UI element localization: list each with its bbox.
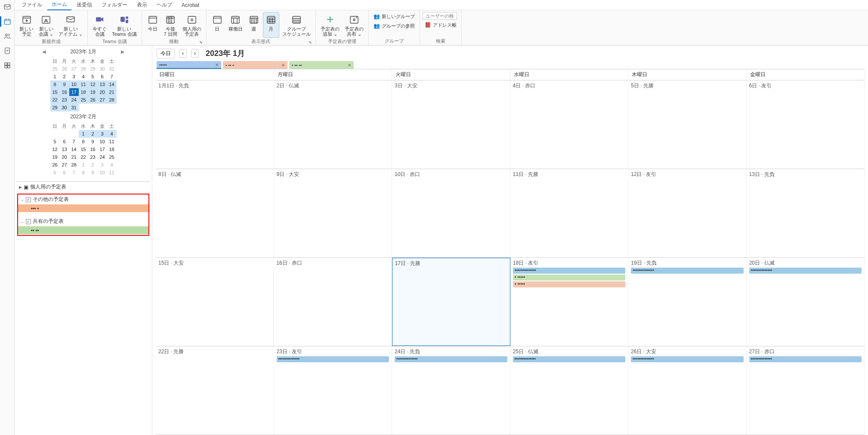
minical-day[interactable]: 4 [107,161,117,169]
minical-day[interactable]: 15 [79,145,88,153]
close-icon[interactable]: ✕ [215,62,219,67]
checkbox-icon[interactable]: ✓ [26,197,31,202]
minical-day[interactable]: 30 [60,104,69,111]
day-cell[interactable]: 25日 · 仏滅▪▪▪▪▪▪▪▪▪▪▪▪▪▪ [510,346,629,435]
minical-day[interactable]: 17 [98,145,107,153]
minical-day[interactable]: 11 [79,80,88,88]
month-grid[interactable]: 1月1日 · 先負2日 · 仏滅3日 · 大安4日 · 赤口5日 · 先勝6日 … [156,80,865,435]
minical-day[interactable]: 23 [88,153,98,161]
event-item[interactable]: ▪▪▪▪▪▪▪▪▪▪▪▪▪▪ [513,356,626,362]
tab-view[interactable]: 表示 [133,0,151,10]
minical-grid[interactable]: 日月火水木金土123456789101112131415161718192021… [50,122,117,176]
day-cell[interactable]: 10日 · 赤口 [392,169,510,257]
day-cell[interactable]: 11日 · 先勝 [510,169,629,257]
minical-day[interactable]: 25 [107,153,117,161]
day-cell[interactable]: 9日 · 大安 [274,169,392,257]
minical-day[interactable]: 20 [98,88,107,96]
minical-day[interactable]: 26 [60,65,69,73]
minical-day[interactable]: 4 [107,130,117,138]
shared-calendars-header[interactable]: ⌄ ✓ 共有の予定表 [18,216,148,226]
minical-day[interactable]: 9 [60,80,69,88]
new-appointment-button[interactable]: 新しい 予定 [17,12,36,38]
minical-day[interactable]: 12 [88,80,98,88]
minical-day[interactable]: 25 [50,65,60,73]
overlay-tab[interactable]: ▪▪▪▪▪✕ [157,61,221,69]
next-7-days-button[interactable]: 今後 7 日間 [162,12,179,38]
next-period-button[interactable]: › [191,49,199,58]
share-calendar-button[interactable]: 予定表の 共有 ⌄ [343,12,366,38]
tab-acrobat[interactable]: Acrobat [177,1,204,9]
minical-day[interactable]: 7 [69,169,79,176]
teams-meeting-button[interactable]: 新しい Teams 会議 [110,12,139,38]
minical-day[interactable] [60,130,69,138]
my-calendars-header[interactable]: ▶ ▣ 個人用の予定表 [16,182,150,192]
prev-month-icon[interactable]: ◀ [40,49,47,55]
view-day-button[interactable]: 日 [209,12,225,38]
tab-folder[interactable]: フォルダー [97,0,132,10]
minical-day[interactable]: 1 [50,73,60,80]
event-item[interactable]: ▪▪▪▪▪▪▪▪▪▪▪▪▪▪ [395,356,507,362]
minical-day[interactable]: 22 [79,153,88,161]
day-cell[interactable]: 22日 · 先勝 [156,346,274,435]
minical-day[interactable]: 19 [50,153,60,161]
minical-day[interactable] [88,104,98,111]
minical-day[interactable]: 17 [69,88,79,96]
minical-day[interactable]: 15 [50,88,60,96]
event-item[interactable]: ▪ ▪▪▪▪▪ [513,275,625,281]
minical-day[interactable]: 20 [60,153,69,161]
minical-day[interactable]: 14 [107,80,117,88]
minical-day[interactable]: 10 [98,138,107,145]
minical-day[interactable]: 5 [50,138,60,145]
minical-day[interactable]: 2 [88,130,98,138]
mail-icon[interactable] [3,3,12,11]
minical-day[interactable]: 3 [98,161,107,169]
minical-day[interactable] [50,130,60,138]
day-cell[interactable]: 19日 · 先負▪▪▪▪▪▪▪▪▪▪▪▪▪▪ [628,258,746,346]
event-item[interactable]: ▪▪▪▪▪▪▪▪▪▪▪▪▪▪ [749,268,862,274]
minical-day[interactable]: 24 [98,153,107,161]
minical-day[interactable]: 25 [79,96,88,104]
minical-day[interactable]: 26 [88,96,98,104]
minical-day[interactable]: 10 [69,80,79,88]
minical-day[interactable]: 14 [69,145,79,153]
minical-day[interactable]: 11 [107,169,117,176]
minical-day[interactable]: 23 [60,96,69,104]
minical-day[interactable] [107,104,117,111]
tab-help[interactable]: ヘルプ [152,0,176,10]
calendar-item-other[interactable]: ▪▪▪ ▪ [18,204,148,212]
minical-day[interactable]: 2 [88,161,98,169]
people-icon[interactable] [3,32,12,40]
minical-day[interactable]: 3 [69,73,79,80]
minical-day[interactable]: 6 [98,73,107,80]
address-book-button[interactable]: 📕アドレス帳 [423,21,459,29]
minical-day[interactable]: 7 [69,138,79,145]
event-item[interactable]: ▪▪▪▪▪▪▪▪▪▪▪▪▪▪ [631,268,743,274]
view-schedule-button[interactable]: グループ スケジュール [280,12,313,38]
new-meeting-button[interactable]: 新しい 会議 ⌄ [37,12,56,38]
minical-day[interactable]: 5 [50,169,60,176]
minical-day[interactable]: 28 [79,65,88,73]
overlay-tab[interactable]: ▪ ▪▪ ▪▪✕ [289,61,354,69]
tab-file[interactable]: ファイル [17,0,46,10]
more-icon[interactable] [3,61,12,70]
minical-day[interactable]: 28 [69,161,79,169]
day-cell[interactable]: 26日 · 大安▪▪▪▪▪▪▪▪▪▪▪▪▪▪ [628,346,747,435]
overlay-tab[interactable]: ▪ ▪▪ ▪✕ [223,61,287,69]
minical-day[interactable]: 1 [79,130,88,138]
day-cell[interactable]: 4日 · 赤口 [510,80,629,169]
today-button[interactable]: 今日 [157,49,175,59]
minical-day[interactable]: 26 [50,161,60,169]
meet-now-button[interactable]: 今すぐ 会議 [90,12,109,38]
minical-day[interactable]: 4 [79,73,88,80]
minical-day[interactable] [79,104,88,111]
day-cell[interactable]: 13日 · 先負 [747,169,865,257]
day-cell[interactable]: 23日 · 友引▪▪▪▪▪▪▪▪▪▪▪▪▪▪ [274,346,392,435]
minical-day[interactable]: 18 [107,145,117,153]
minical-day[interactable]: 1 [79,161,88,169]
search-people-input[interactable] [423,12,457,20]
tab-home[interactable]: ホーム [47,0,71,10]
minical-day[interactable]: 6 [60,138,69,145]
day-cell[interactable]: 27日 · 赤口▪▪▪▪▪▪▪▪▪▪▪▪▪▪ [747,346,865,435]
day-cell[interactable]: 1月1日 · 先負 [156,80,274,169]
close-icon[interactable]: ✕ [348,63,351,68]
